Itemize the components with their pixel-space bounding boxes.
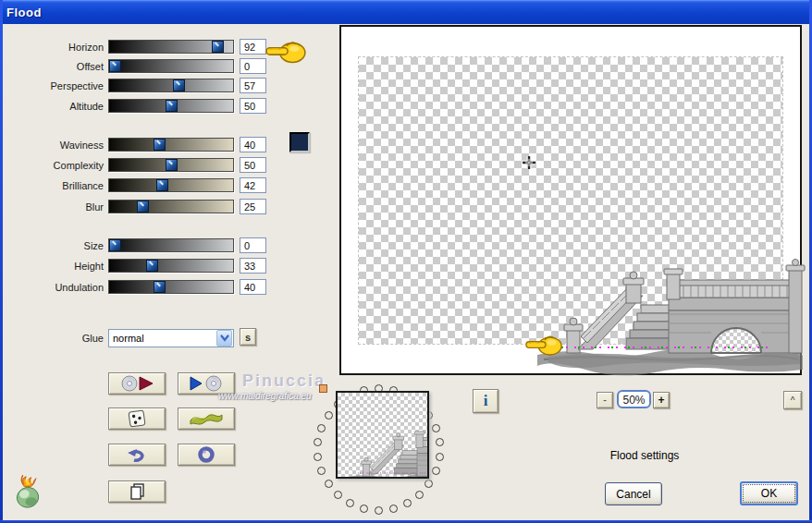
copy-settings-button[interactable] xyxy=(108,480,166,503)
slider-thumb[interactable] xyxy=(137,201,149,213)
brilliance-value[interactable]: 42 xyxy=(240,177,266,193)
cancel-button[interactable]: Cancel xyxy=(605,482,662,505)
ring-dot xyxy=(403,499,412,507)
glue-style-button[interactable]: s xyxy=(240,328,256,346)
slider-thumb[interactable] xyxy=(212,41,224,53)
window-border-left xyxy=(0,0,3,523)
altitude-value[interactable]: 50 xyxy=(240,98,266,114)
perspective-value[interactable]: 57 xyxy=(240,78,266,93)
slider-row-undulation: Undulation 40 xyxy=(0,280,314,297)
glue-label: Glue xyxy=(0,333,104,344)
watermark-square xyxy=(319,384,327,393)
slider-row-altitude: Altitude 50 xyxy=(0,99,314,116)
height-slider[interactable] xyxy=(108,259,234,273)
transparency-checkerboard[interactable] xyxy=(359,57,782,344)
preview-pane[interactable] xyxy=(339,25,802,375)
slider-row-blur: Blur 25 xyxy=(0,200,314,216)
ring-dot xyxy=(317,467,326,475)
slider-row-brilliance: Brilliance 42 xyxy=(0,178,314,195)
flaming-pear-icon xyxy=(11,473,44,510)
water-color-swatch[interactable] xyxy=(289,132,310,152)
offset-slider[interactable] xyxy=(108,59,234,73)
slider-label: Offset xyxy=(0,61,104,72)
ring-dot xyxy=(436,438,444,446)
reset-button[interactable] xyxy=(178,444,235,466)
ok-button-label: OK xyxy=(743,484,795,503)
green-wave-icon xyxy=(189,411,224,426)
undo-button[interactable] xyxy=(108,444,166,466)
slider-label: Undulation xyxy=(0,282,104,293)
watermark-site: www.maidiregrafica.eu xyxy=(218,391,312,401)
slider-thumb[interactable] xyxy=(154,139,166,151)
slider-row-waviness: Waviness 40 xyxy=(0,138,314,154)
slider-thumb[interactable] xyxy=(173,79,185,91)
ring-dot xyxy=(325,411,333,420)
ring-dot xyxy=(424,480,433,488)
size-slider[interactable] xyxy=(108,238,234,252)
open-preset-button[interactable] xyxy=(108,372,166,395)
glue-select[interactable]: normal xyxy=(108,329,234,347)
slider-thumb[interactable] xyxy=(109,239,121,251)
horizon-slider[interactable] xyxy=(108,40,234,54)
horizon-value[interactable]: 92 xyxy=(240,39,266,55)
blur-value[interactable]: 25 xyxy=(240,199,266,214)
slider-label: Altitude xyxy=(0,101,104,112)
bridge-thumbnail-image xyxy=(343,426,429,479)
title-bar[interactable]: Flood xyxy=(0,0,812,24)
altitude-slider[interactable] xyxy=(108,99,234,113)
slider-label: Blur xyxy=(0,201,104,213)
randomize-button[interactable] xyxy=(108,407,166,430)
yellow-hand-icon xyxy=(525,333,564,358)
slider-row-size: Size 0 xyxy=(0,238,314,255)
complexity-value[interactable]: 50 xyxy=(240,157,266,173)
slider-thumb[interactable] xyxy=(109,60,121,72)
ring-dot xyxy=(360,505,368,513)
window-title: Flood xyxy=(0,1,812,24)
slider-thumb[interactable] xyxy=(146,260,158,272)
slider-row-complexity: Complexity 50 xyxy=(0,158,314,175)
ring-dot xyxy=(346,499,354,507)
slider-thumb[interactable] xyxy=(156,179,168,191)
brilliance-slider[interactable] xyxy=(108,178,234,192)
chevron-down-icon[interactable] xyxy=(216,330,232,347)
size-value[interactable]: 0 xyxy=(240,237,266,253)
slider-label: Waviness xyxy=(0,140,104,151)
undulation-value[interactable]: 40 xyxy=(240,279,266,295)
slider-label: Perspective xyxy=(0,80,104,91)
dice-icon xyxy=(127,409,147,428)
undulation-slider[interactable] xyxy=(108,280,234,294)
zoom-in-button[interactable]: + xyxy=(653,392,670,408)
yellow-hand-icon xyxy=(265,38,308,66)
zoom-out-button[interactable]: - xyxy=(597,392,613,408)
complexity-slider[interactable] xyxy=(108,158,234,172)
waviness-value[interactable]: 40 xyxy=(240,137,266,152)
ring-dot xyxy=(415,491,424,499)
info-button[interactable]: i xyxy=(473,389,498,413)
slider-thumb[interactable] xyxy=(154,281,166,293)
cd-red-play-icon xyxy=(118,375,155,392)
offset-value[interactable]: 0 xyxy=(240,58,266,74)
height-value[interactable]: 33 xyxy=(240,258,266,274)
slider-label: Complexity xyxy=(0,160,104,171)
ring-dot xyxy=(432,467,440,475)
slider-thumb[interactable] xyxy=(166,100,178,112)
collapse-button[interactable]: ^ xyxy=(783,391,802,409)
slider-thumb[interactable] xyxy=(166,159,178,171)
slider-label: Brilliance xyxy=(0,180,104,191)
ok-button[interactable]: OK xyxy=(740,481,798,505)
glue-selected-value: normal xyxy=(109,333,216,344)
blur-slider[interactable] xyxy=(108,200,234,213)
memory-dot-thumbnail[interactable] xyxy=(336,391,429,479)
ring-dot xyxy=(317,424,326,432)
slider-label: Horizon xyxy=(0,42,104,53)
ring-dot xyxy=(314,453,322,461)
blue-play-cd-icon xyxy=(188,375,225,392)
ring-dot xyxy=(436,453,444,461)
status-text: Flood settings xyxy=(571,449,719,462)
perspective-slider[interactable] xyxy=(108,79,234,92)
wave-style-button[interactable] xyxy=(178,407,235,430)
ring-dot xyxy=(432,424,440,432)
watermark-name: Pinuccia xyxy=(242,371,326,391)
slider-label: Size xyxy=(0,240,104,251)
waviness-slider[interactable] xyxy=(108,138,234,152)
